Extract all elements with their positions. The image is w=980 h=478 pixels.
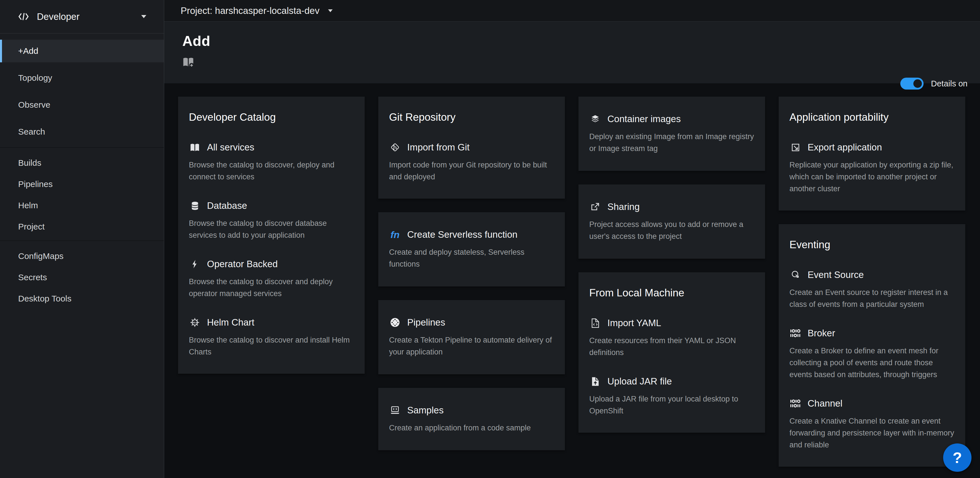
upload-jar-file-icon (589, 375, 601, 387)
sidebar-item-secrets[interactable]: Secrets (0, 267, 164, 288)
chevron-down-icon[interactable] (328, 10, 332, 12)
card-column: Developer Catalog All services Browse th… (178, 97, 365, 374)
item-container-images[interactable]: Container images Deploy an existing Imag… (589, 113, 754, 154)
item-all-services[interactable]: All services Browse the catalog to disco… (189, 141, 354, 183)
sidebar-item-builds[interactable]: Builds (0, 152, 164, 173)
card-samples: Samples Create an application from a cod… (378, 388, 565, 450)
help-button[interactable]: ? (943, 443, 972, 472)
item-operator-backed[interactable]: Operator Backed Browse the catalog to di… (189, 258, 354, 300)
item-create-serverless-function[interactable]: fn Create Serverless function Create and… (389, 229, 554, 270)
catalog-book-icon (189, 141, 201, 153)
item-broker[interactable]: Broker Create a Broker to define an even… (789, 327, 955, 381)
card-title: Developer Catalog (189, 111, 354, 123)
card-eventing: Eventing Event Source Create an Event s (779, 224, 965, 467)
card-serverless-function: fn Create Serverless function Create and… (378, 212, 565, 286)
card-title: From Local Machine (589, 287, 754, 299)
project-selector[interactable]: Project: harshcasper-localsta-dev (181, 5, 320, 16)
card-title: Git Repository (389, 111, 554, 123)
add-page-content: Developer Catalog All services Browse th… (164, 83, 980, 478)
sidebar-item-observe[interactable]: Observe (0, 94, 164, 116)
card-sharing: Sharing Project access allows you to add… (579, 184, 765, 259)
details-toggle[interactable] (900, 78, 924, 89)
item-database[interactable]: Database Browse the catalog to discover … (189, 200, 354, 241)
database-icon (189, 200, 201, 212)
event-source-icon (789, 269, 801, 281)
item-upload-jar-file[interactable]: Upload JAR file Upload a JAR file from y… (589, 375, 754, 417)
code-icon (18, 11, 30, 23)
card-developer-catalog: Developer Catalog All services Browse th… (178, 97, 365, 374)
chevron-down-icon (141, 15, 146, 18)
sidebar-item-search[interactable]: Search (0, 121, 164, 143)
item-channel[interactable]: Channel Create a Knative Channel to crea… (789, 397, 955, 451)
item-sharing[interactable]: Sharing Project access allows you to add… (589, 201, 754, 242)
channel-binary-icon (789, 397, 801, 410)
svg-text:HELM: HELM (192, 322, 198, 324)
card-title: Application portability (789, 111, 955, 123)
sidebar-item-topology[interactable]: Topology (0, 67, 164, 89)
helm-icon: HELM (189, 316, 201, 329)
item-helm-chart[interactable]: HELM Helm Chart Browse the catalog to di… (189, 316, 354, 358)
item-export-application[interactable]: Export application Replicate your applic… (789, 141, 955, 195)
card-from-local-machine: From Local Machine Import YAML Create r (579, 272, 765, 433)
card-column: Git Repository Import from (378, 97, 565, 450)
card-column: Application portability Export applicati… (779, 97, 965, 467)
import-yaml-file-icon (589, 317, 601, 329)
sidebar-divider (0, 147, 164, 148)
sidebar-nav: +Add Topology Observe Search Builds Pipe… (0, 33, 164, 315)
git-icon (389, 141, 401, 153)
item-import-yaml[interactable]: Import YAML Create resources from their … (589, 317, 754, 359)
card-pipelines: Pipelines Create a Tekton Pipeline to au… (378, 300, 565, 374)
bolt-icon (189, 258, 201, 270)
perspective-switcher[interactable]: Developer (0, 0, 164, 33)
sidebar-item-pipelines[interactable]: Pipelines (0, 173, 164, 195)
sidebar-item-add[interactable]: +Add (0, 40, 164, 62)
main-area: Project: harshcasper-localsta-dev Add De… (164, 0, 980, 478)
page-title: Add (182, 33, 967, 49)
project-bar: Project: harshcasper-localsta-dev (164, 0, 980, 22)
sidebar-item-desktop-tools[interactable]: Desktop Tools (0, 288, 164, 309)
card-git-repository: Git Repository Import from (378, 97, 565, 199)
details-toggle-label: Details on (931, 79, 967, 88)
layers-icon (589, 113, 601, 125)
perspective-label: Developer (37, 11, 80, 22)
quickstart-book-plus-icon[interactable] (182, 56, 194, 68)
share-icon (589, 201, 601, 213)
card-title: Eventing (789, 239, 955, 251)
export-application-icon (789, 141, 801, 153)
serverless-fn-icon: fn (389, 229, 401, 241)
sidebar-item-helm[interactable]: Helm (0, 195, 164, 216)
item-samples[interactable]: Samples Create an application from a cod… (389, 404, 554, 434)
sidebar-item-configmaps[interactable]: ConfigMaps (0, 245, 164, 267)
pipelines-icon (389, 316, 401, 329)
card-container-images: Container images Deploy an existing Imag… (579, 97, 765, 171)
card-column: Container images Deploy an existing Imag… (579, 97, 765, 433)
sidebar-item-project[interactable]: Project (0, 216, 164, 237)
toggle-knob (913, 79, 922, 88)
item-import-from-git[interactable]: Import from Git Import code from your Gi… (389, 141, 554, 183)
item-pipelines[interactable]: Pipelines Create a Tekton Pipeline to au… (389, 316, 554, 358)
page-header: Add Details on (164, 22, 980, 83)
samples-laptop-icon (389, 404, 401, 416)
item-event-source[interactable]: Event Source Create an Event source to r… (789, 269, 955, 310)
broker-binary-icon (789, 327, 801, 339)
sidebar: Developer +Add Topology Observe Search B… (0, 0, 164, 478)
card-application-portability: Application portability Export applicati… (779, 97, 965, 211)
